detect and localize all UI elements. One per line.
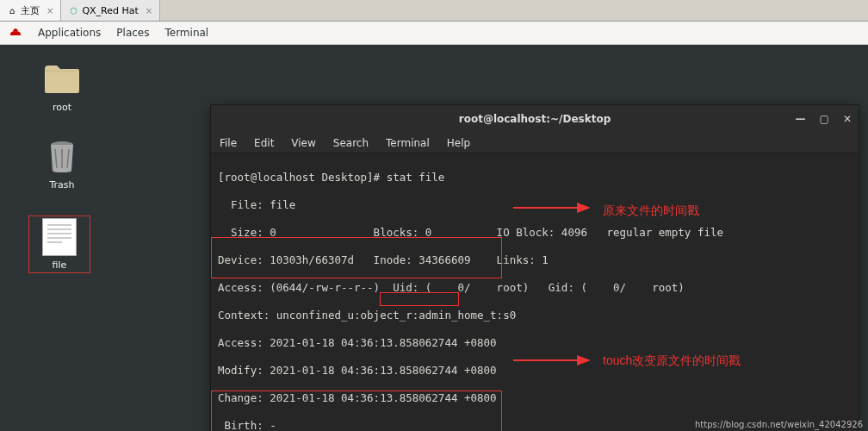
terminal-title: root@localhost:~/Desktop <box>459 113 611 125</box>
annotation-label-touch: touch改变原文件的时间戳 <box>603 353 741 369</box>
minimize-icon[interactable]: — <box>796 113 806 125</box>
terminal-line: Modify: 2021-01-18 04:36:13.858062744 +0… <box>218 364 852 378</box>
close-icon[interactable]: × <box>146 6 152 16</box>
terminal-line: Device: 10303h/66307d Inode: 34366609 Li… <box>218 253 852 267</box>
close-icon[interactable]: × <box>46 6 53 16</box>
terminal-line: Context: unconfined_u:object_r:admin_hom… <box>218 309 852 322</box>
menu-terminal[interactable]: Terminal <box>386 137 430 149</box>
redhat-logo-icon <box>9 26 22 40</box>
folder-icon <box>43 62 81 97</box>
menu-view[interactable]: View <box>291 137 315 149</box>
menu-applications[interactable]: Applications <box>38 27 101 39</box>
desktop-icon-root[interactable]: root <box>31 60 93 113</box>
desktop[interactable]: root Trash file root@localhost:~/Desktop… <box>0 45 868 431</box>
file-icon <box>42 218 77 256</box>
trash-icon <box>46 140 78 174</box>
menu-search[interactable]: Search <box>333 137 369 149</box>
menu-places[interactable]: Places <box>116 27 149 39</box>
watermark: https://blog.csdn.net/weixin_42042926 <box>695 420 863 429</box>
terminal-line: Size: 0 Blocks: 0 IO Block: 4096 regular… <box>218 226 852 240</box>
hexagon-icon: ⬡ <box>68 5 78 16</box>
terminal-line: File: file <box>218 198 852 212</box>
menu-terminal[interactable]: Terminal <box>164 27 208 39</box>
terminal-line: [root@localhost Desktop]# stat file <box>218 171 852 184</box>
terminal-line: Change: 2021-01-18 04:36:13.858062744 +0… <box>218 391 852 405</box>
menu-file[interactable]: File <box>220 137 237 149</box>
desktop-icon-file[interactable]: file <box>28 216 90 273</box>
desktop-icon-trash[interactable]: Trash <box>31 138 93 191</box>
tab-label: 主页 <box>21 4 40 17</box>
close-icon[interactable]: ✕ <box>843 113 852 125</box>
terminal-line: Access: (0644/-rw-r--r--) Uid: ( 0/ root… <box>218 281 852 295</box>
terminal-menubar: File Edit View Search Terminal Help <box>211 133 859 153</box>
browser-tab-home[interactable]: ⌂ 主页 × <box>0 0 61 21</box>
maximize-icon[interactable]: ▢ <box>820 113 829 125</box>
home-icon: ⌂ <box>7 5 17 16</box>
annotation-label-original: 原来文件的时间戳 <box>603 203 699 219</box>
terminal-window: root@localhost:~/Desktop — ▢ ✕ File Edit… <box>210 104 859 431</box>
terminal-titlebar[interactable]: root@localhost:~/Desktop — ▢ ✕ <box>211 105 859 133</box>
desktop-icon-label: Trash <box>31 179 93 191</box>
browser-tab-strip: ⌂ 主页 × ⬡ QX_Red Hat × <box>0 0 868 22</box>
terminal-output[interactable]: [root@localhost Desktop]# stat file File… <box>211 153 859 431</box>
menu-edit[interactable]: Edit <box>254 137 274 149</box>
menu-help[interactable]: Help <box>447 137 470 149</box>
browser-tab-redhat[interactable]: ⬡ QX_Red Hat × <box>61 0 160 21</box>
gnome-top-bar: Applications Places Terminal <box>0 22 868 45</box>
desktop-icon-label: file <box>31 259 88 271</box>
desktop-icon-label: root <box>31 102 93 113</box>
terminal-line: Access: 2021-01-18 04:36:13.858062744 +0… <box>218 336 852 350</box>
tab-label: QX_Red Hat <box>82 5 138 16</box>
